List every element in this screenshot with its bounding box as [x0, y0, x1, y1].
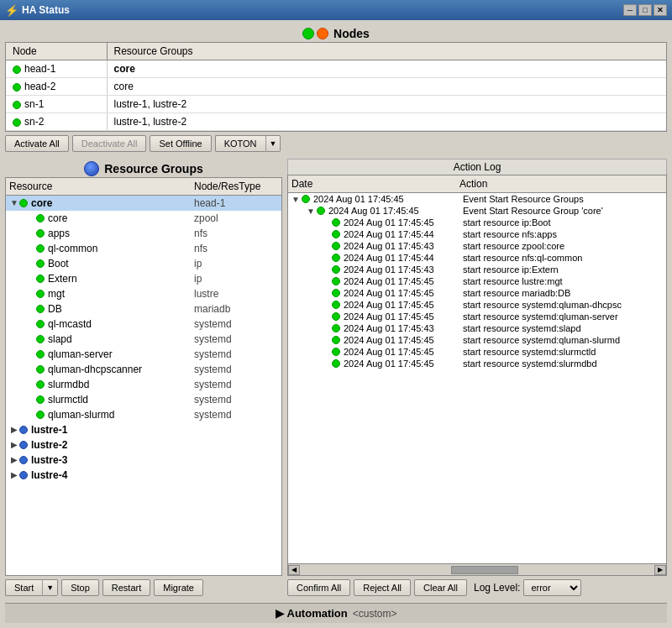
tree-expand-icon[interactable]	[26, 379, 36, 390]
cluster-dropdown-arrow[interactable]: ▼	[265, 135, 281, 152]
tree-expand-icon[interactable]	[26, 410, 36, 420]
tree-row[interactable]: slurmctld systemd	[6, 392, 281, 407]
tree-row[interactable]: ql-mcastd systemd	[6, 317, 281, 332]
tree-expand-icon[interactable]: ▼	[9, 198, 19, 208]
log-row[interactable]: 2024 Aug 01 17:45:45 start resource ip:B…	[288, 217, 666, 228]
tree-row[interactable]: Boot ip	[6, 256, 281, 271]
tree-expand-icon[interactable]: ▶	[9, 425, 19, 435]
tree-row[interactable]: Extern ip	[6, 271, 281, 286]
nodes-table-row[interactable]: head-1core	[6, 60, 666, 78]
start-dropdown-arrow[interactable]: ▼	[42, 579, 58, 596]
nodes-table-row[interactable]: sn-1lustre-1, lustre-2	[6, 96, 666, 113]
log-row[interactable]: 2024 Aug 01 17:45:45 start resource syst…	[288, 299, 666, 311]
stop-button[interactable]: Stop	[61, 579, 99, 596]
tree-expand-icon[interactable]: ▶	[9, 440, 19, 450]
tree-label: qluman-dhcpscanner	[48, 364, 194, 375]
tree-expand-icon[interactable]	[26, 259, 36, 269]
tree-expand-icon[interactable]	[26, 364, 36, 374]
log-level-select[interactable]: error warning info debug	[523, 579, 581, 596]
resource-tree-container[interactable]: Resource Node/ResType ▼ core head-1 core…	[5, 177, 282, 576]
set-offline-button[interactable]: Set Offline	[150, 135, 211, 152]
tree-row[interactable]: ▶ lustre-3	[6, 453, 281, 468]
log-row[interactable]: 2024 Aug 01 17:45:44 start resource nfs:…	[288, 228, 666, 240]
automation-expand-arrow[interactable]: ▶	[276, 607, 284, 620]
nodes-table-row[interactable]: sn-2lustre-1, lustre-2	[6, 113, 666, 131]
close-button[interactable]: ✕	[654, 4, 667, 16]
tree-expand-icon[interactable]	[26, 228, 36, 238]
tree-type-cell: systemd	[194, 379, 278, 390]
action-log-scrollbar-h[interactable]: ◀ ▶	[287, 564, 667, 576]
tree-row[interactable]: ▶ lustre-2	[6, 437, 281, 453]
log-row[interactable]: 2024 Aug 01 17:45:45 start resource syst…	[288, 346, 666, 358]
tree-row[interactable]: ▶ lustre-1	[6, 422, 281, 437]
tree-label: slurmctld	[48, 394, 194, 406]
confirm-all-button[interactable]: Confirm All	[287, 579, 350, 596]
cluster-button[interactable]: KOTON	[215, 135, 265, 152]
log-row[interactable]: 2024 Aug 01 17:45:45 start resource syst…	[288, 311, 666, 322]
log-row[interactable]: 2024 Aug 01 17:45:43 start resource ip:E…	[288, 264, 666, 275]
deactivate-all-button[interactable]: Deactivate All	[72, 135, 147, 152]
tree-type-cell: lustre	[194, 288, 278, 300]
tree-expand-icon[interactable]	[26, 334, 36, 344]
tree-expand-icon[interactable]	[26, 213, 36, 223]
tree-expand-icon[interactable]	[26, 319, 36, 329]
tree-row[interactable]: slapd systemd	[6, 332, 281, 347]
tree-row[interactable]: ▼ core head-1	[6, 196, 281, 211]
log-row[interactable]: 2024 Aug 01 17:45:43 start resource zpoo…	[288, 240, 666, 252]
scroll-left-btn[interactable]: ◀	[288, 565, 300, 575]
node-name: head-2	[24, 81, 55, 92]
tree-expand-icon[interactable]	[26, 289, 36, 299]
log-row[interactable]: ▼ 2024 Aug 01 17:45:45 Event Start Resou…	[288, 193, 666, 205]
activate-all-button[interactable]: Activate All	[5, 135, 69, 152]
nodes-table-row[interactable]: head-2core	[6, 78, 666, 96]
log-row[interactable]: 2024 Aug 01 17:45:45 start resource lust…	[288, 275, 666, 287]
tree-expand-icon[interactable]	[26, 349, 36, 359]
migrate-button[interactable]: Migrate	[154, 579, 203, 596]
log-action: start resource systemd:qluman-slurmd	[463, 335, 663, 345]
tree-row[interactable]: ▶ lustre-4	[6, 468, 281, 483]
start-button-group: Start ▼	[5, 579, 58, 596]
minimize-button[interactable]: ─	[623, 4, 637, 16]
scrollbar-thumb[interactable]	[451, 566, 518, 574]
tree-row[interactable]: DB mariadb	[6, 301, 281, 317]
clear-all-button[interactable]: Clear All	[414, 579, 467, 596]
log-date: 2024 Aug 01 17:45:43	[344, 264, 463, 275]
scroll-right-btn[interactable]: ▶	[654, 565, 666, 575]
tree-row[interactable]: qluman-dhcpscanner systemd	[6, 362, 281, 377]
tree-row[interactable]: core zpool	[6, 211, 281, 226]
tree-expand-icon[interactable]	[26, 304, 36, 314]
log-row[interactable]: 2024 Aug 01 17:45:44 start resource nfs:…	[288, 252, 666, 264]
log-row[interactable]: 2024 Aug 01 17:45:45 start resource syst…	[288, 358, 666, 369]
tree-expand-icon[interactable]	[26, 395, 36, 405]
tree-row[interactable]: slurmdbd systemd	[6, 377, 281, 392]
tree-row[interactable]: qluman-server systemd	[6, 347, 281, 362]
nodes-table-container[interactable]: Node Resource Groups head-1corehead-2cor…	[5, 42, 667, 132]
tree-row[interactable]: ql-common nfs	[6, 241, 281, 256]
log-row[interactable]: 2024 Aug 01 17:45:43 start resource syst…	[288, 322, 666, 334]
restart-button[interactable]: Restart	[102, 579, 150, 596]
tree-row[interactable]: apps nfs	[6, 226, 281, 241]
automation-value: <custom>	[353, 608, 397, 620]
action-log-container[interactable]: Date Action ▼ 2024 Aug 01 17:45:45 Event…	[287, 175, 667, 564]
tree-expand-icon[interactable]: ▶	[9, 455, 19, 465]
titlebar-controls[interactable]: ─ □ ✕	[623, 4, 667, 16]
tree-row[interactable]: qluman-slurmd systemd	[6, 407, 281, 422]
node-name: head-1	[24, 63, 55, 75]
reject-all-button[interactable]: Reject All	[354, 579, 411, 596]
start-button[interactable]: Start	[5, 579, 42, 596]
log-action: start resource nfs:apps	[463, 229, 663, 239]
log-row[interactable]: ▼ 2024 Aug 01 17:45:45 Event Start Resou…	[288, 205, 666, 217]
tree-expand-icon[interactable]	[26, 274, 36, 284]
tree-row[interactable]: mgt lustre	[6, 286, 281, 301]
log-expand-icon[interactable]: ▼	[307, 207, 317, 216]
log-row[interactable]: 2024 Aug 01 17:45:45 start resource syst…	[288, 334, 666, 346]
log-status-dot	[332, 359, 340, 368]
log-row[interactable]: 2024 Aug 01 17:45:45 start resource mari…	[288, 287, 666, 299]
tree-expand-icon[interactable]: ▶	[9, 470, 19, 480]
log-expand-icon[interactable]: ▼	[291, 195, 302, 204]
nodes-rg-cell: core	[107, 60, 666, 78]
tree-expand-icon[interactable]	[26, 243, 36, 254]
tree-label: qluman-server	[48, 348, 194, 360]
log-status-dot	[332, 254, 340, 262]
maximize-button[interactable]: □	[638, 4, 652, 16]
